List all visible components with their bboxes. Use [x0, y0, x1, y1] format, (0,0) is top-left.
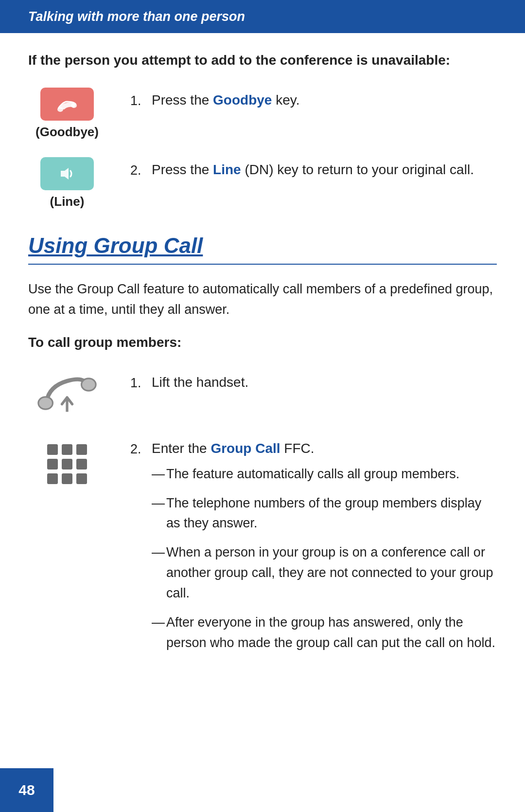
section-divider: [28, 264, 497, 265]
page-content: If the person you attempt to add to the …: [0, 53, 525, 742]
step1-text-before: Press the: [152, 92, 213, 108]
group-step-1: 1. Lift the handset.: [28, 370, 497, 418]
key-dot: [62, 473, 72, 484]
key-dot: [47, 473, 58, 484]
line-icon-col: (Line): [28, 157, 106, 209]
step2-text-before: Press the: [152, 162, 213, 177]
prereq-step-1: (Goodbye) 1. Press the Goodbye key.: [28, 88, 497, 140]
footer-bar: 48: [0, 768, 53, 812]
bullet-3: When a person in your group is on a conf…: [152, 542, 497, 604]
group-call-sub-heading: To call group members:: [28, 335, 497, 350]
group-step2-before: Enter the: [152, 441, 210, 456]
step1-text-after: key.: [272, 92, 299, 108]
bullet-2: The telephone numbers of the group membe…: [152, 493, 497, 534]
header-bar: Talking with more than one person: [0, 0, 525, 33]
group-call-section: Using Group Call Use the Group Call feat…: [28, 234, 497, 679]
step-number-1: 1.: [130, 92, 152, 108]
svg-point-4: [82, 379, 96, 391]
step2-highlight: Line: [213, 162, 241, 177]
step2-text-after: (DN) key to return to your original call…: [241, 162, 474, 177]
key-dot: [47, 444, 58, 455]
handset-icon: [28, 370, 106, 418]
group-step-num-2: 2.: [130, 441, 152, 457]
key-dot: [62, 459, 72, 469]
key-dot: [47, 459, 58, 469]
keypad-icon: [28, 440, 106, 488]
key-dot: [62, 444, 72, 455]
group-step2-highlight: Group Call: [210, 441, 280, 456]
header-title: Talking with more than one person: [28, 9, 245, 24]
group-call-bullets: The feature automatically calls all grou…: [152, 464, 497, 653]
key-dot: [76, 459, 87, 469]
section-title: Using Group Call: [28, 234, 497, 258]
svg-point-3: [38, 397, 53, 409]
prereq-heading: If the person you attempt to add to the …: [28, 53, 497, 68]
handset-icon-col: [28, 370, 106, 418]
group-call-description: Use the Group Call feature to automatica…: [28, 279, 497, 320]
svg-point-1: [71, 103, 77, 108]
group-step2-after: FFC.: [280, 441, 315, 456]
group-step-num-1: 1.: [130, 375, 152, 391]
page-number: 48: [18, 782, 35, 798]
line-button-icon: [40, 157, 94, 190]
prereq-step-1-text: 1. Press the Goodbye key.: [130, 88, 497, 126]
step1-highlight: Goodbye: [213, 92, 272, 108]
group-call-steps: 1. Lift the handset.: [28, 370, 497, 680]
svg-point-0: [57, 107, 63, 112]
group-step-1-text: Lift the handset.: [152, 375, 497, 390]
step-number-2: 2.: [130, 162, 152, 178]
svg-marker-2: [61, 168, 69, 180]
prereq-step-2: (Line) 2. Press the Line (DN) key to ret…: [28, 157, 497, 209]
group-step-2: 2. Enter the Group Call FFC. The feature…: [28, 436, 497, 680]
goodbye-icon-col: (Goodbye): [28, 88, 106, 140]
prereq-steps: (Goodbye) 1. Press the Goodbye key.: [28, 88, 497, 209]
bullet-4: After everyone in the group has answered…: [152, 613, 497, 653]
keypad-icon-col: [28, 436, 106, 488]
goodbye-button-icon: [40, 88, 94, 121]
prereq-step-2-text: 2. Press the Line (DN) key to return to …: [130, 157, 497, 196]
key-dot: [76, 444, 87, 455]
line-label: (Line): [50, 194, 85, 209]
goodbye-label: (Goodbye): [35, 125, 99, 140]
key-dot: [76, 473, 87, 484]
bullet-1: The feature automatically calls all grou…: [152, 464, 497, 485]
